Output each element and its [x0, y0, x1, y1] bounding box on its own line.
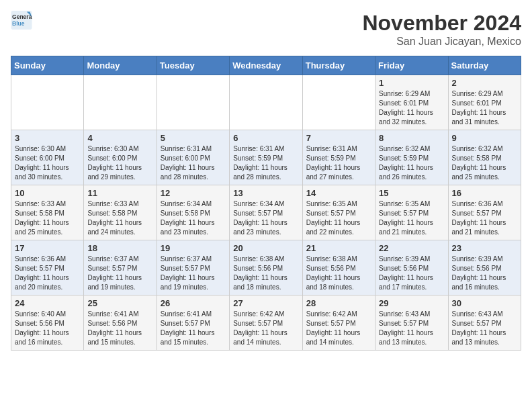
day-info: Sunrise: 6:37 AM Sunset: 5:57 PM Dayligh…	[161, 255, 226, 292]
column-header-thursday: Thursday	[302, 56, 375, 75]
day-info: Sunrise: 6:36 AM Sunset: 5:57 PM Dayligh…	[452, 199, 517, 237]
calendar-cell: 14Sunrise: 6:35 AM Sunset: 5:57 PM Dayli…	[302, 185, 375, 240]
day-number: 18	[87, 243, 152, 253]
calendar-table: SundayMondayTuesdayWednesdayThursdayFrid…	[11, 56, 521, 351]
day-number: 22	[379, 243, 444, 253]
day-number: 28	[306, 298, 371, 308]
calendar-cell: 11Sunrise: 6:33 AM Sunset: 5:58 PM Dayli…	[84, 185, 157, 240]
calendar-cell: 1Sunrise: 6:29 AM Sunset: 6:01 PM Daylig…	[375, 75, 448, 130]
day-number: 5	[161, 133, 226, 143]
calendar-cell: 27Sunrise: 6:42 AM Sunset: 5:57 PM Dayli…	[230, 295, 302, 351]
calendar-cell: 17Sunrise: 6:36 AM Sunset: 5:57 PM Dayli…	[11, 240, 84, 295]
day-number: 6	[233, 133, 298, 143]
calendar-cell	[84, 75, 157, 130]
calendar-cell: 28Sunrise: 6:42 AM Sunset: 5:57 PM Dayli…	[302, 295, 375, 351]
day-number: 9	[452, 133, 517, 143]
calendar-cell: 7Sunrise: 6:31 AM Sunset: 5:59 PM Daylig…	[302, 130, 375, 185]
calendar-title: November 2024	[362, 11, 521, 36]
day-info: Sunrise: 6:34 AM Sunset: 5:58 PM Dayligh…	[161, 199, 226, 237]
day-info: Sunrise: 6:29 AM Sunset: 6:01 PM Dayligh…	[379, 89, 444, 127]
day-number: 3	[15, 133, 80, 143]
calendar-cell: 21Sunrise: 6:38 AM Sunset: 5:56 PM Dayli…	[302, 240, 375, 295]
day-number: 24	[15, 298, 80, 308]
calendar-cell: 22Sunrise: 6:39 AM Sunset: 5:56 PM Dayli…	[375, 240, 448, 295]
day-number: 14	[306, 188, 371, 198]
day-info: Sunrise: 6:30 AM Sunset: 6:00 PM Dayligh…	[15, 144, 80, 182]
column-header-friday: Friday	[375, 56, 448, 75]
day-info: Sunrise: 6:32 AM Sunset: 5:58 PM Dayligh…	[452, 144, 517, 182]
column-header-sunday: Sunday	[11, 56, 84, 75]
day-number: 13	[233, 188, 298, 198]
calendar-cell: 6Sunrise: 6:31 AM Sunset: 5:59 PM Daylig…	[230, 130, 302, 185]
calendar-cell: 4Sunrise: 6:30 AM Sunset: 6:00 PM Daylig…	[84, 130, 157, 185]
calendar-cell: 8Sunrise: 6:32 AM Sunset: 5:59 PM Daylig…	[375, 130, 448, 185]
calendar-cell	[11, 75, 84, 130]
calendar-cell: 13Sunrise: 6:34 AM Sunset: 5:57 PM Dayli…	[230, 185, 302, 240]
svg-text:Blue: Blue	[12, 20, 25, 27]
day-number: 29	[379, 298, 444, 308]
day-number: 15	[379, 188, 444, 198]
calendar-cell: 24Sunrise: 6:40 AM Sunset: 5:56 PM Dayli…	[11, 295, 84, 351]
day-number: 11	[87, 188, 152, 198]
day-number: 19	[161, 243, 226, 253]
day-info: Sunrise: 6:42 AM Sunset: 5:57 PM Dayligh…	[233, 310, 298, 347]
column-header-tuesday: Tuesday	[157, 56, 229, 75]
day-info: Sunrise: 6:41 AM Sunset: 5:56 PM Dayligh…	[87, 310, 152, 347]
day-info: Sunrise: 6:35 AM Sunset: 5:57 PM Dayligh…	[379, 199, 444, 237]
day-info: Sunrise: 6:36 AM Sunset: 5:57 PM Dayligh…	[15, 255, 80, 292]
calendar-cell	[157, 75, 229, 130]
day-info: Sunrise: 6:31 AM Sunset: 5:59 PM Dayligh…	[306, 144, 371, 182]
day-info: Sunrise: 6:32 AM Sunset: 5:59 PM Dayligh…	[379, 144, 444, 182]
calendar-cell: 20Sunrise: 6:38 AM Sunset: 5:56 PM Dayli…	[230, 240, 302, 295]
day-number: 8	[379, 133, 444, 143]
day-number: 7	[306, 133, 371, 143]
day-info: Sunrise: 6:33 AM Sunset: 5:58 PM Dayligh…	[87, 199, 152, 237]
day-info: Sunrise: 6:43 AM Sunset: 5:57 PM Dayligh…	[452, 310, 517, 347]
column-header-monday: Monday	[84, 56, 157, 75]
day-number: 30	[452, 298, 517, 308]
day-info: Sunrise: 6:31 AM Sunset: 6:00 PM Dayligh…	[161, 144, 226, 182]
day-number: 21	[306, 243, 371, 253]
logo-icon: General Blue	[11, 11, 32, 30]
calendar-cell: 15Sunrise: 6:35 AM Sunset: 5:57 PM Dayli…	[375, 185, 448, 240]
day-info: Sunrise: 6:39 AM Sunset: 5:56 PM Dayligh…	[379, 255, 444, 292]
calendar-subtitle: San Juan Jicayan, Mexico	[362, 36, 521, 48]
day-info: Sunrise: 6:29 AM Sunset: 6:01 PM Dayligh…	[452, 89, 517, 127]
day-number: 26	[161, 298, 226, 308]
day-info: Sunrise: 6:40 AM Sunset: 5:56 PM Dayligh…	[15, 310, 80, 347]
day-info: Sunrise: 6:30 AM Sunset: 6:00 PM Dayligh…	[87, 144, 152, 182]
calendar-cell: 12Sunrise: 6:34 AM Sunset: 5:58 PM Dayli…	[157, 185, 229, 240]
day-number: 27	[233, 298, 298, 308]
calendar-cell: 19Sunrise: 6:37 AM Sunset: 5:57 PM Dayli…	[157, 240, 229, 295]
logo: General Blue	[11, 11, 32, 30]
day-info: Sunrise: 6:38 AM Sunset: 5:56 PM Dayligh…	[306, 255, 371, 292]
calendar-cell	[230, 75, 302, 130]
calendar-cell: 30Sunrise: 6:43 AM Sunset: 5:57 PM Dayli…	[448, 295, 521, 351]
calendar-cell: 9Sunrise: 6:32 AM Sunset: 5:58 PM Daylig…	[448, 130, 521, 185]
day-number: 4	[87, 133, 152, 143]
day-info: Sunrise: 6:37 AM Sunset: 5:57 PM Dayligh…	[87, 255, 152, 292]
day-number: 23	[452, 243, 517, 253]
calendar-cell: 5Sunrise: 6:31 AM Sunset: 6:00 PM Daylig…	[157, 130, 229, 185]
calendar-cell: 10Sunrise: 6:33 AM Sunset: 5:58 PM Dayli…	[11, 185, 84, 240]
calendar-cell: 25Sunrise: 6:41 AM Sunset: 5:56 PM Dayli…	[84, 295, 157, 351]
calendar-cell: 2Sunrise: 6:29 AM Sunset: 6:01 PM Daylig…	[448, 75, 521, 130]
day-number: 25	[87, 298, 152, 308]
day-number: 1	[379, 78, 444, 88]
day-info: Sunrise: 6:35 AM Sunset: 5:57 PM Dayligh…	[306, 199, 371, 237]
column-header-saturday: Saturday	[448, 56, 521, 75]
day-number: 12	[161, 188, 226, 198]
calendar-cell	[302, 75, 375, 130]
column-header-wednesday: Wednesday	[230, 56, 302, 75]
day-info: Sunrise: 6:42 AM Sunset: 5:57 PM Dayligh…	[306, 310, 371, 347]
calendar-cell: 23Sunrise: 6:39 AM Sunset: 5:56 PM Dayli…	[448, 240, 521, 295]
day-info: Sunrise: 6:33 AM Sunset: 5:58 PM Dayligh…	[15, 199, 80, 237]
day-number: 17	[15, 243, 80, 253]
calendar-cell: 3Sunrise: 6:30 AM Sunset: 6:00 PM Daylig…	[11, 130, 84, 185]
day-info: Sunrise: 6:31 AM Sunset: 5:59 PM Dayligh…	[233, 144, 298, 182]
day-number: 10	[15, 188, 80, 198]
day-number: 16	[452, 188, 517, 198]
title-area: November 2024 San Juan Jicayan, Mexico	[362, 11, 521, 48]
calendar-cell: 26Sunrise: 6:41 AM Sunset: 5:57 PM Dayli…	[157, 295, 229, 351]
header: General Blue November 2024 San Juan Jica…	[11, 11, 521, 48]
